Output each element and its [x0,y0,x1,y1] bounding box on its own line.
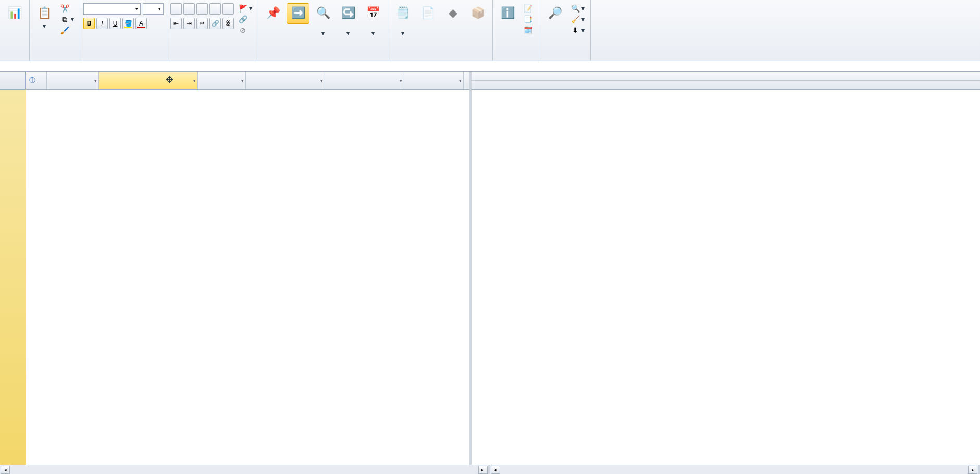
summary-icon: 📄 [419,5,436,21]
horizontal-scrollbars: ◂ ▸ ◂ ▸ [0,465,980,474]
formula-bar [0,61,980,72]
select-all-corner[interactable] [0,72,26,90]
table-header: ⓘ ▾ ▾ ✥ ▾ ▾ ▾ ▾ [26,72,469,90]
mode-button[interactable]: 📅▾ [362,3,384,39]
scroll-left-button[interactable]: ◂ [491,466,500,474]
italic-button[interactable]: I [96,18,108,29]
unlink-button[interactable]: ⛓ [222,18,234,29]
summary-button[interactable]: 📄 [416,3,439,24]
add-timeline-button[interactable]: 🗓️ [521,25,537,35]
group-tasks-label [258,59,388,61]
info-icon: ⓘ [29,76,35,85]
group-view-label [0,59,29,61]
flag-icon: 🚩 [239,4,247,13]
scroll-icon: 🔎 [547,5,563,21]
task-table-pane: ⓘ ▾ ▾ ✥ ▾ ▾ ▾ ▾ [0,72,472,465]
brush-icon: 🖌️ [60,26,69,34]
scroll-to-task-button[interactable]: 🔎 [543,3,566,24]
split-button[interactable]: ✂ [196,18,208,29]
scroll-right-button[interactable]: ▸ [968,466,977,474]
progress-75[interactable] [209,3,221,15]
fill-icon: ⬇ [571,26,579,34]
link-icon: 🔗 [239,15,247,23]
milestone-icon: ◆ [444,5,461,21]
mode-icon: 📅 [365,5,381,21]
col-duration[interactable]: ▾ [198,72,246,89]
details-button[interactable]: 📑 [521,14,537,24]
find-button[interactable]: 🔍 ▾ [568,3,587,14]
deliverable-button[interactable]: 📦 [466,3,489,24]
col-finish[interactable]: ▾ [325,72,404,89]
progress-0[interactable] [170,3,182,15]
group-insert-label [388,59,492,61]
gantt-icon: 📊 [6,5,23,21]
move-icon: ↪️ [340,5,356,21]
insert-task-button[interactable]: 🗒️▾ [391,3,414,39]
group-clipboard-label [30,59,80,61]
font-name-select[interactable]: ▾ [83,3,141,15]
move-button[interactable]: ↪️▾ [337,3,359,39]
right-hscroll[interactable]: ◂ ▸ [490,465,981,474]
main-split: ⓘ ▾ ▾ ✥ ▾ ▾ ▾ ▾ [0,72,980,465]
group-schedule-label [167,59,258,61]
copy-button[interactable]: ⧉ ▾ [58,14,77,24]
task-icon: 🗒️ [394,5,411,21]
col-predecessors[interactable]: ▾ [404,72,464,89]
deliverable-icon: 📦 [469,5,486,21]
notes-icon: 📝 [524,4,532,13]
inspect-icon: 🔍 [315,5,331,21]
fill-button[interactable]: ⬇ ▾ [568,25,587,35]
col-name[interactable]: ▾ ✥ [99,72,198,89]
group-properties-label [493,59,540,61]
scissors-icon: ✂️ [60,4,69,13]
stop-icon: ⊘ [239,26,247,34]
details-icon: 📑 [524,15,532,23]
information-button[interactable]: ℹ️ [496,3,519,24]
scroll-right-button[interactable]: ▸ [478,466,488,474]
pin-icon: 📌 [265,5,281,21]
gantt-pane [472,72,980,465]
arrow-icon: ➡️ [290,5,306,21]
cut-button[interactable]: ✂️ [58,3,77,14]
gantt-timescale [472,72,980,90]
ribbon: 📊 📋 ▾ ✂️ ⧉ ▾ 🖌️ ▾ ▾ [0,0,980,61]
find-icon: 🔍 [571,4,579,13]
auto-schedule-button[interactable]: ➡️ [287,3,309,24]
manual-schedule-button[interactable]: 📌 [262,3,284,24]
progress-buttons [170,3,234,15]
outdent-button[interactable]: ⇤ [170,18,182,29]
indent-button[interactable]: ⇥ [183,18,195,29]
inspect-button[interactable]: 🔍▾ [312,3,334,39]
progress-100[interactable] [222,3,234,15]
track-marks-button[interactable]: 🚩 ▾ [236,3,255,14]
respect-links-button[interactable]: 🔗 [236,14,255,24]
progress-50[interactable] [196,3,208,15]
gantt-view-button[interactable]: 📊 [3,3,26,24]
info-icon: ℹ️ [499,5,516,21]
col-start[interactable]: ▾ [246,72,325,89]
timeline-icon: 🗓️ [524,26,532,34]
fill-color-button[interactable]: 🪣 [122,18,134,29]
group-editing-label [540,59,590,61]
bold-button[interactable]: B [83,18,95,29]
font-size-select[interactable]: ▾ [143,3,164,15]
milestone-button[interactable]: ◆ [441,3,464,24]
deactivate-button[interactable]: ⊘ [236,25,255,35]
col-indicator[interactable]: ⓘ [26,72,47,89]
scroll-left-button[interactable]: ◂ [1,466,10,474]
col-mode[interactable]: ▾ [47,72,99,89]
clear-button[interactable]: 🧹 ▾ [568,14,587,24]
table-body [26,90,469,465]
row-headers [0,72,26,465]
move-cursor-icon: ✥ [166,74,173,85]
format-painter-button[interactable]: 🖌️ [58,25,77,35]
left-hscroll[interactable]: ◂ ▸ [0,465,490,474]
link-button[interactable]: 🔗 [209,18,221,29]
paste-button[interactable]: 📋 ▾ [33,3,56,31]
clear-icon: 🧹 [571,15,579,23]
underline-button[interactable]: U [109,18,121,29]
font-color-button[interactable]: A [135,18,147,29]
group-font-label [80,59,167,61]
progress-25[interactable] [183,3,195,15]
notes-button[interactable]: 📝 [521,3,537,14]
